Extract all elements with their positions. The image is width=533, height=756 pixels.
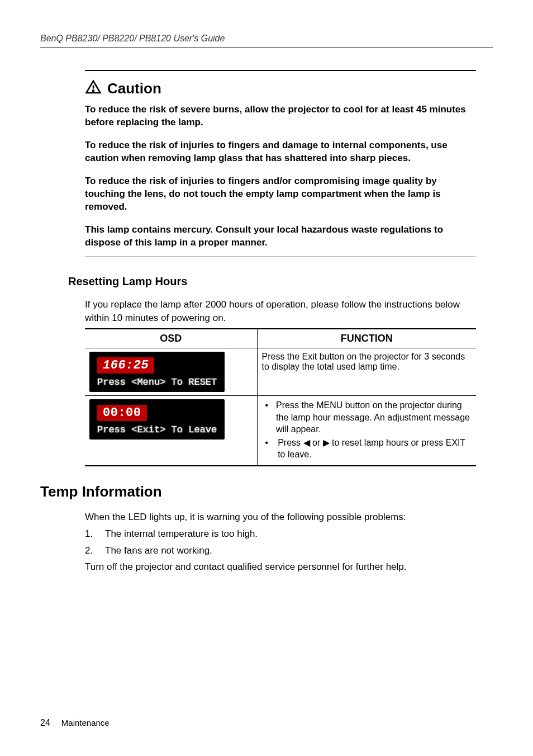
page-footer: 24 Maintenance [40,718,110,728]
caution-block: Caution To reduce the risk of severe bur… [85,70,476,257]
osd-function-table: OSD FUNCTION 166:25 Press <Menu> To RESE… [85,328,476,466]
caution-para-3: To reduce the risk of injuries to finger… [85,175,476,214]
function-cell: • Press the MENU button on the projector… [257,396,476,466]
osd-cell: 166:25 Press <Menu> To RESET [85,348,257,396]
running-header: BenQ PB8230/ PB8220/ PB8120 User's Guide [40,34,493,48]
col-header-function: FUNCTION [257,329,476,348]
svg-point-1 [93,90,94,91]
footer-section: Maintenance [61,718,110,727]
list-number: 1. [85,527,95,541]
temp-intro: When the LED lights up, it is warning yo… [85,511,476,524]
bullet-text: Press the MENU button on the projector d… [276,399,472,436]
list-item: 1. The internal temperature is too high. [85,527,493,541]
list-item: 2. The fans are not working. [85,544,493,557]
caution-heading: Caution [107,80,161,97]
osd-hint: Press <Exit> To Leave [97,424,217,435]
osd-cell: 00:00 Press <Exit> To Leave [85,396,257,466]
bullet-text: Press ◀ or ▶ to reset lamp hours or pres… [278,437,472,461]
table-row: 166:25 Press <Menu> To RESET Press the E… [85,348,476,396]
list-item: • Press ◀ or ▶ to reset lamp hours or pr… [265,437,472,461]
reset-heading: Resetting Lamp Hours [68,275,493,288]
rule [85,70,476,71]
temp-outro: Turn off the projector and contact quali… [85,560,476,574]
osd-time: 00:00 [97,405,147,421]
function-cell: Press the Exit button on the projector f… [257,348,476,396]
page-number: 24 [40,718,50,728]
caution-heading-row: Caution [85,79,476,98]
caution-para-4: This lamp contains mercury. Consult your… [85,224,476,249]
warning-triangle-icon [85,79,102,98]
osd-hint: Press <Menu> To RESET [97,377,217,388]
osd-time: 166:25 [97,357,154,374]
list-number: 2. [85,544,95,557]
list-text: The internal temperature is too high. [105,527,258,541]
bullet-icon: • [265,437,270,461]
temp-info-heading: Temp Information [40,483,493,500]
osd-screen: 166:25 Press <Menu> To RESET [89,352,225,392]
reset-intro: If you replace the lamp after 2000 hours… [85,298,476,325]
bullet-icon: • [265,399,269,436]
running-title: BenQ PB8230/ PB8220/ PB8120 User's Guide [40,34,225,43]
table-row: 00:00 Press <Exit> To Leave • Press the … [85,396,476,466]
osd-screen: 00:00 Press <Exit> To Leave [89,399,225,440]
col-header-osd: OSD [85,329,257,348]
caution-para-1: To reduce the risk of severe burns, allo… [85,103,476,129]
list-text: The fans are not working. [105,544,212,557]
caution-para-2: To reduce the risk of injuries to finger… [85,139,476,165]
list-item: • Press the MENU button on the projector… [265,399,472,436]
rule [85,257,476,257]
